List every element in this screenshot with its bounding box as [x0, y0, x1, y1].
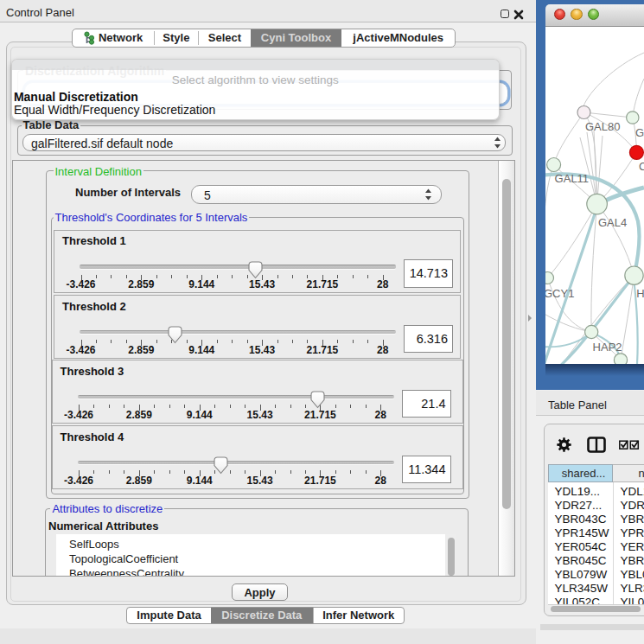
svg-text:CY: CY — [639, 160, 644, 173]
svg-text:GCY1: GCY1 — [545, 287, 574, 300]
svg-text:GAL: GAL — [635, 126, 644, 139]
svg-text:GAL4: GAL4 — [598, 216, 627, 229]
svg-text:GAL80: GAL80 — [585, 120, 620, 133]
svg-text:H: H — [636, 287, 644, 300]
svg-text:GAL11: GAL11 — [555, 172, 590, 185]
svg-text:HAP2: HAP2 — [593, 341, 622, 354]
